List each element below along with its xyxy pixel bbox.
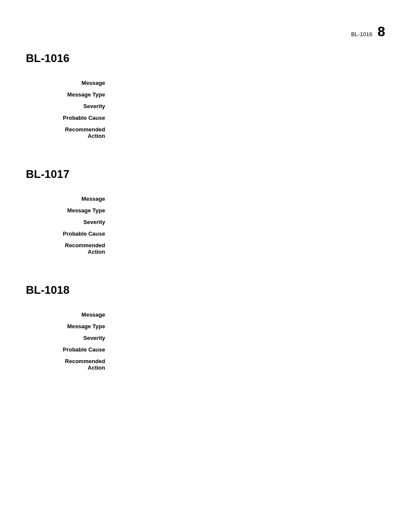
header-code: BL-1016 (351, 31, 372, 37)
field-row: Severity (26, 332, 385, 344)
header-page-number: 8 (377, 24, 385, 40)
field-row: Message (26, 309, 385, 320)
field-label: Probable Cause (26, 112, 112, 124)
field-row: Severity (26, 216, 385, 228)
section-BL-1016: BL-1016MessageMessage TypeSeverityProbab… (26, 52, 385, 142)
field-row: Message (26, 193, 385, 205)
field-row: Probable Cause (26, 228, 385, 240)
field-label: Severity (26, 332, 112, 344)
field-table-BL-1018: MessageMessage TypeSeverityProbable Caus… (26, 309, 385, 373)
field-value (112, 216, 385, 228)
field-label: Message Type (26, 89, 112, 100)
field-value (112, 205, 385, 216)
field-label: Severity (26, 216, 112, 228)
field-label: Probable Cause (26, 228, 112, 240)
field-label: Message Type (26, 320, 112, 332)
field-value (112, 112, 385, 124)
field-row: Probable Cause (26, 344, 385, 355)
field-value (112, 240, 385, 258)
page-header: BL-1016 8 (351, 24, 385, 40)
field-table-BL-1016: MessageMessage TypeSeverityProbable Caus… (26, 77, 385, 142)
field-value (112, 320, 385, 332)
field-value (112, 100, 385, 112)
field-row: RecommendedAction (26, 240, 385, 258)
field-label: Message Type (26, 205, 112, 216)
main-content: BL-1016MessageMessage TypeSeverityProbab… (0, 0, 411, 373)
field-label: RecommendedAction (26, 355, 112, 373)
section-title-BL-1018: BL-1018 (26, 283, 385, 297)
field-value (112, 228, 385, 240)
field-value (112, 355, 385, 373)
section-BL-1017: BL-1017MessageMessage TypeSeverityProbab… (26, 168, 385, 258)
field-row: RecommendedAction (26, 355, 385, 373)
field-value (112, 124, 385, 142)
field-label: Message (26, 309, 112, 320)
section-title-BL-1016: BL-1016 (26, 52, 385, 65)
field-value (112, 344, 385, 355)
field-value (112, 193, 385, 205)
field-label: Message (26, 193, 112, 205)
field-row: Message Type (26, 205, 385, 216)
field-value (112, 332, 385, 344)
field-label: RecommendedAction (26, 124, 112, 142)
field-label: Severity (26, 100, 112, 112)
field-value (112, 89, 385, 100)
field-row: Severity (26, 100, 385, 112)
field-row: Message Type (26, 320, 385, 332)
field-row: RecommendedAction (26, 124, 385, 142)
field-table-BL-1017: MessageMessage TypeSeverityProbable Caus… (26, 193, 385, 258)
field-row: Message Type (26, 89, 385, 100)
field-row: Message (26, 77, 385, 89)
section-BL-1018: BL-1018MessageMessage TypeSeverityProbab… (26, 283, 385, 373)
field-label: Message (26, 77, 112, 89)
field-row: Probable Cause (26, 112, 385, 124)
field-label: RecommendedAction (26, 240, 112, 258)
field-value (112, 77, 385, 89)
section-title-BL-1017: BL-1017 (26, 168, 385, 181)
field-label: Probable Cause (26, 344, 112, 355)
field-value (112, 309, 385, 320)
